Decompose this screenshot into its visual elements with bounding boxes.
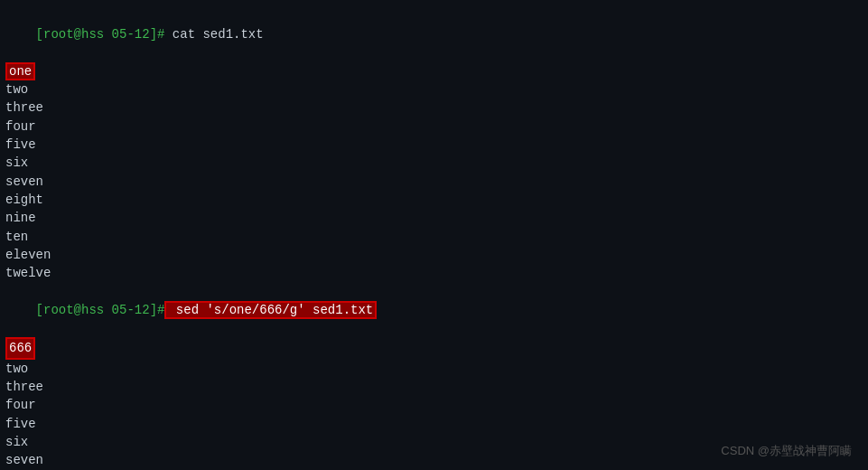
line-five-2: five	[5, 415, 863, 433]
line-two-1: two	[5, 80, 863, 99]
highlighted-666: 666	[5, 337, 35, 359]
line-three-2: three	[5, 378, 863, 396]
line-six-1: six	[5, 154, 863, 172]
prompt-2: [root@hss 05-12]#	[36, 303, 165, 317]
prompt-1: [root@hss 05-12]#	[36, 27, 165, 42]
line-eight-1: eight	[5, 191, 863, 209]
line-nine-1: nine	[5, 209, 863, 227]
highlighted-cmd: sed 's/one/666/g' sed1.txt	[164, 301, 377, 319]
line-666: 666	[5, 337, 863, 359]
line-one: one	[5, 62, 863, 80]
line-twelve-1: twelve	[5, 264, 863, 282]
line-eleven-1: eleven	[5, 246, 863, 264]
cmd-1-text: cat sed1.txt	[164, 27, 263, 42]
line-two-2: two	[5, 360, 863, 378]
terminal: [root@hss 05-12]# cat sed1.txt one two t…	[0, 0, 868, 470]
command-line-2: [root@hss 05-12]# sed 's/one/666/g' sed1…	[5, 282, 863, 337]
line-four-2: four	[5, 396, 863, 414]
highlighted-one: one	[5, 62, 35, 80]
line-four-1: four	[5, 118, 863, 136]
line-three-1: three	[5, 99, 863, 117]
line-ten-1: ten	[5, 228, 863, 246]
watermark: CSDN @赤壁战神曹阿瞒	[721, 443, 852, 459]
line-five-1: five	[5, 136, 863, 154]
line-seven-1: seven	[5, 173, 863, 191]
command-line-1: [root@hss 05-12]# cat sed1.txt	[5, 7, 863, 62]
